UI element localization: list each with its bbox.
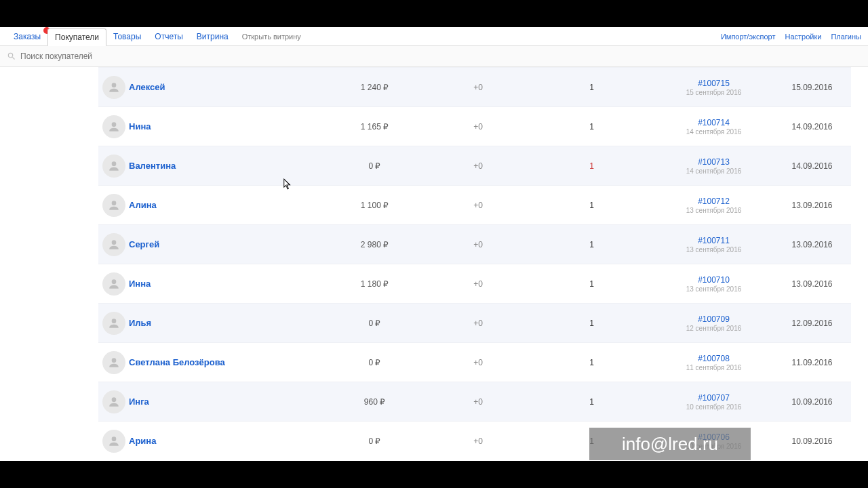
amount-value: 1 165 ₽ [322,122,427,131]
search-input[interactable] [20,52,292,61]
table-row[interactable]: Инга960 ₽+01#10070710 сентября 201610.09… [98,382,851,421]
row-date: 13.09.2016 [773,201,851,210]
customer-list: Алексей1 240 ₽+01#10071515 сентября 2016… [98,67,851,460]
letterbox-bottom [0,461,868,488]
plus-value: +0 [427,358,529,367]
order-number-link[interactable]: #100708 [654,354,773,363]
amount-value: 1 180 ₽ [322,279,427,289]
row-date: 10.09.2016 [773,436,851,446]
top-nav: Заказы Покупатели Товары Отчеты Витрина … [0,27,868,46]
avatar [102,351,125,374]
order-subdate: 13 сентября 2016 [654,285,773,293]
amount-value: 1 100 ₽ [322,201,427,210]
customer-name-link[interactable]: Алексей [129,82,165,92]
plus-value: +0 [427,319,529,328]
table-row[interactable]: Алексей1 240 ₽+01#10071515 сентября 2016… [98,67,851,106]
amount-value: 0 ₽ [322,161,427,171]
order-count: 1 [529,319,654,328]
nav-plugins[interactable]: Плагины [831,33,861,41]
order-count: 1 [529,201,654,210]
customer-name-link[interactable]: Инна [129,279,151,289]
open-storefront-link[interactable]: Открыть витрину [235,29,308,44]
order-number-link[interactable]: #100707 [654,393,773,403]
plus-value: +0 [427,397,529,407]
order-subdate: 12 сентября 2016 [654,325,773,332]
tab-products[interactable]: Товары [106,28,148,45]
order-number-link[interactable]: #100710 [654,275,773,285]
tab-orders[interactable]: Заказы [7,28,47,45]
order-count: 1 [529,240,654,249]
plus-value: +0 [427,122,529,131]
plus-value: +0 [427,436,529,446]
order-subdate: 14 сентября 2016 [654,167,773,175]
tab-storefront[interactable]: Витрина [190,28,235,45]
customer-name-link[interactable]: Илья [129,318,151,328]
avatar [102,76,125,99]
order-subdate: 14 сентября 2016 [654,128,773,136]
customer-name-link[interactable]: Светлана Белозёрова [129,357,225,367]
customer-name-link[interactable]: Инга [129,396,149,407]
order-subdate: 15 сентября 2016 [654,89,773,96]
table-row[interactable]: Валентина0 ₽+01#10071314 сентября 201614… [98,146,851,185]
row-date: 14.09.2016 [773,161,851,171]
tab-reports[interactable]: Отчеты [148,28,189,45]
plus-value: +0 [427,83,529,92]
row-date: 10.09.2016 [773,397,851,407]
avatar [102,390,125,413]
avatar [102,194,125,217]
order-count: 1 [529,397,654,407]
row-date: 13.09.2016 [773,240,851,249]
search-icon [7,52,16,61]
tab-customers[interactable]: Покупатели [47,28,106,46]
amount-value: 2 980 ₽ [322,240,427,249]
avatar [102,272,125,296]
table-row[interactable]: Инна1 180 ₽+01#10071013 сентября 201613.… [98,264,851,303]
order-number-link[interactable]: #100712 [654,197,773,206]
order-number-link[interactable]: #100714 [654,118,773,127]
order-count: 1 [529,161,654,171]
letterbox-top [0,0,868,27]
order-number-link[interactable]: #100713 [654,157,773,167]
order-number-link[interactable]: #100715 [654,79,773,88]
row-date: 13.09.2016 [773,279,851,289]
row-date: 11.09.2016 [773,358,851,367]
order-number-link[interactable]: #100711 [654,236,773,245]
nav-import-export[interactable]: Импорт/экспорт [721,33,776,41]
customer-name-link[interactable]: Алина [129,200,157,210]
row-date: 15.09.2016 [773,83,851,92]
customer-name-link[interactable]: Валентина [129,161,176,171]
avatar [102,115,125,138]
table-row[interactable]: Алина1 100 ₽+01#10071213 сентября 201613… [98,185,851,224]
table-row[interactable]: Светлана Белозёрова0 ₽+01#10070811 сентя… [98,342,851,382]
amount-value: 0 ₽ [322,319,427,328]
plus-value: +0 [427,240,529,249]
order-count: 1 [529,358,654,367]
order-subdate: 10 сентября 2016 [654,403,773,411]
order-subdate: 11 сентября 2016 [654,364,773,371]
order-count: 1 [529,279,654,289]
order-count: 1 [529,122,654,131]
plus-value: +0 [427,201,529,210]
amount-value: 0 ₽ [322,436,427,446]
customer-name-link[interactable]: Арина [129,436,156,446]
watermark: info@lred.ru [589,428,751,460]
order-subdate: 13 сентября 2016 [654,246,773,253]
plus-value: +0 [427,161,529,171]
table-row[interactable]: Сергей2 980 ₽+01#10071113 сентября 20161… [98,224,851,264]
avatar [102,155,125,178]
table-row[interactable]: Нина1 165 ₽+01#10071414 сентября 201614.… [98,106,851,146]
amount-value: 0 ₽ [322,358,427,367]
customer-name-link[interactable]: Нина [129,121,151,131]
row-date: 14.09.2016 [773,122,851,131]
avatar [102,312,125,335]
plus-value: +0 [427,279,529,289]
customer-name-link[interactable]: Сергей [129,239,159,249]
nav-settings[interactable]: Настройки [785,33,821,41]
amount-value: 1 240 ₽ [322,83,427,92]
row-date: 12.09.2016 [773,319,851,328]
order-count: 1 [529,83,654,92]
search-bar [0,46,868,67]
order-number-link[interactable]: #100709 [654,314,773,324]
table-row[interactable]: Илья0 ₽+01#10070912 сентября 201612.09.2… [98,303,851,342]
avatar [102,233,125,256]
